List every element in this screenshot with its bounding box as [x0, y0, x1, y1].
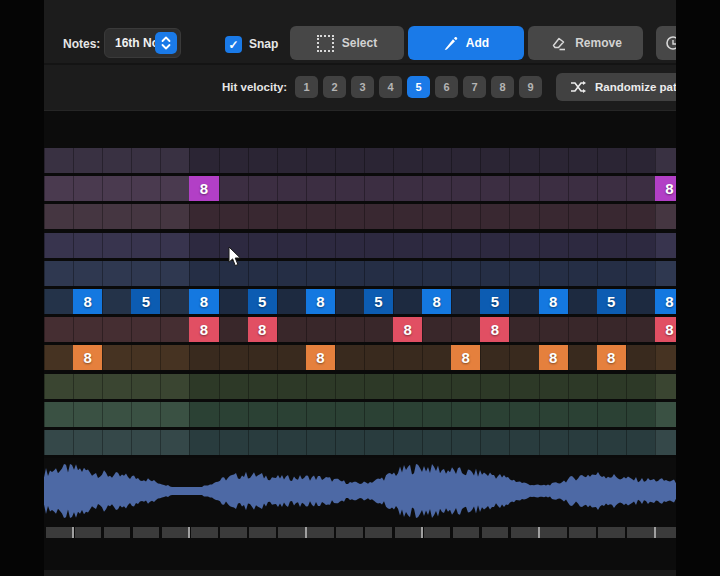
note-cell[interactable]: 8 — [451, 345, 480, 370]
column-gridlines — [44, 176, 676, 201]
note-cell[interactable]: 8 — [73, 345, 102, 370]
note-cell[interactable]: 5 — [597, 289, 626, 314]
shuffle-icon — [570, 80, 587, 94]
circle-icon — [665, 35, 676, 51]
toolbar-divider — [44, 63, 676, 65]
ruler-segment — [162, 527, 189, 538]
note-cell[interactable]: 8 — [655, 289, 676, 314]
ruler-segment — [336, 527, 363, 538]
ruler-segment — [249, 527, 276, 538]
note-cell[interactable]: 8 — [597, 345, 626, 370]
ruler-segment — [365, 527, 392, 538]
remove-button[interactable]: Remove — [528, 26, 643, 60]
velocity-button-3[interactable]: 3 — [351, 76, 374, 98]
grid-row-4[interactable] — [44, 233, 676, 258]
mouse-cursor — [228, 246, 243, 271]
marquee-select-icon — [317, 35, 334, 52]
toolbar: Notes: 16th Note ✓ Snap Select Add — [44, 0, 676, 111]
add-button-label: Add — [466, 36, 489, 50]
grid-row-2[interactable]: 88 — [44, 176, 676, 201]
column-gridlines — [44, 317, 676, 342]
note-cell[interactable]: 8 — [189, 317, 218, 342]
beat-tick — [421, 527, 423, 538]
note-cell[interactable]: 8 — [306, 289, 335, 314]
velocity-button-9[interactable]: 9 — [519, 76, 542, 98]
ruler-segment — [395, 527, 422, 538]
note-cell[interactable]: 8 — [189, 289, 218, 314]
beat-tick — [305, 527, 307, 538]
note-cell[interactable]: 8 — [539, 345, 568, 370]
ruler-segment — [191, 527, 218, 538]
check-icon: ✓ — [228, 38, 238, 52]
velocity-button-8[interactable]: 8 — [491, 76, 514, 98]
grid-row-5[interactable] — [44, 261, 676, 286]
audio-waveform — [44, 458, 676, 524]
timeline-ruler[interactable] — [44, 527, 676, 538]
note-cell[interactable]: 8 — [189, 176, 218, 201]
note-cell[interactable]: 8 — [73, 289, 102, 314]
ruler-segment — [307, 527, 334, 538]
column-gridlines — [44, 261, 676, 286]
note-cell[interactable]: 5 — [248, 289, 277, 314]
grid-row-7[interactable]: 88888 — [44, 317, 676, 342]
column-gridlines — [44, 402, 676, 427]
note-cell[interactable]: 8 — [655, 176, 676, 201]
beat-tick — [538, 527, 540, 538]
note-cell[interactable]: 5 — [364, 289, 393, 314]
notes-label: Notes: — [63, 37, 100, 51]
waveform-shape — [44, 464, 676, 518]
add-button[interactable]: Add — [408, 26, 524, 60]
velocity-button-2[interactable]: 2 — [323, 76, 346, 98]
note-cell[interactable]: 8 — [655, 317, 676, 342]
hit-velocity-label: Hit velocity: — [222, 81, 287, 93]
column-gridlines — [44, 233, 676, 258]
note-cell[interactable]: 8 — [480, 317, 509, 342]
randomize-pattern-label: Randomize pattern — [595, 81, 676, 93]
ruler-segment — [46, 527, 73, 538]
ruler-segment — [453, 527, 480, 538]
grid-row-8[interactable]: 88888 — [44, 345, 676, 370]
ruler-segment — [482, 527, 509, 538]
grid-row-3[interactable] — [44, 204, 676, 229]
velocity-button-4[interactable]: 4 — [379, 76, 402, 98]
note-cell[interactable]: 5 — [480, 289, 509, 314]
velocity-button-5[interactable]: 5 — [407, 76, 430, 98]
velocity-button-1[interactable]: 1 — [295, 76, 318, 98]
ruler-segment — [104, 527, 131, 538]
ruler-segment — [133, 527, 160, 538]
ruler-segment — [220, 527, 247, 538]
select-button[interactable]: Select — [290, 26, 404, 60]
beat-tick — [654, 527, 656, 538]
remove-button-label: Remove — [575, 36, 622, 50]
snap-checkbox[interactable]: ✓ — [225, 36, 242, 53]
pattern-grid[interactable]: 88858585858588888888888 — [44, 148, 676, 458]
note-cell[interactable]: 5 — [131, 289, 160, 314]
stepper-icon[interactable] — [155, 32, 177, 54]
note-cell[interactable]: 8 — [393, 317, 422, 342]
note-cell[interactable]: 8 — [422, 289, 451, 314]
ruler-segment — [511, 527, 538, 538]
select-button-label: Select — [342, 36, 377, 50]
beat-tick — [72, 527, 74, 538]
eraser-icon — [549, 35, 567, 51]
note-cell[interactable]: 8 — [539, 289, 568, 314]
velocity-button-6[interactable]: 6 — [435, 76, 458, 98]
ruler-segment — [627, 527, 654, 538]
randomize-pattern-button[interactable]: Randomize pattern — [556, 73, 676, 101]
grid-row-9[interactable] — [44, 374, 676, 399]
column-gridlines — [44, 148, 676, 173]
step-sequencer-panel: Notes: 16th Note ✓ Snap Select Add — [44, 0, 676, 576]
grid-row-11[interactable] — [44, 430, 676, 455]
note-length-dropdown[interactable]: 16th Note — [104, 28, 181, 58]
velocity-button-7[interactable]: 7 — [463, 76, 486, 98]
column-gridlines — [44, 345, 676, 370]
ruler-segment — [424, 527, 451, 538]
cropped-toolbar-button[interactable] — [656, 26, 676, 60]
ruler-segment — [75, 527, 102, 538]
grid-row-6[interactable]: 85858585858 — [44, 289, 676, 314]
note-cell[interactable]: 8 — [306, 345, 335, 370]
note-cell[interactable]: 8 — [248, 317, 277, 342]
grid-row-1[interactable] — [44, 148, 676, 173]
grid-row-10[interactable] — [44, 402, 676, 427]
snap-label: Snap — [249, 37, 278, 51]
